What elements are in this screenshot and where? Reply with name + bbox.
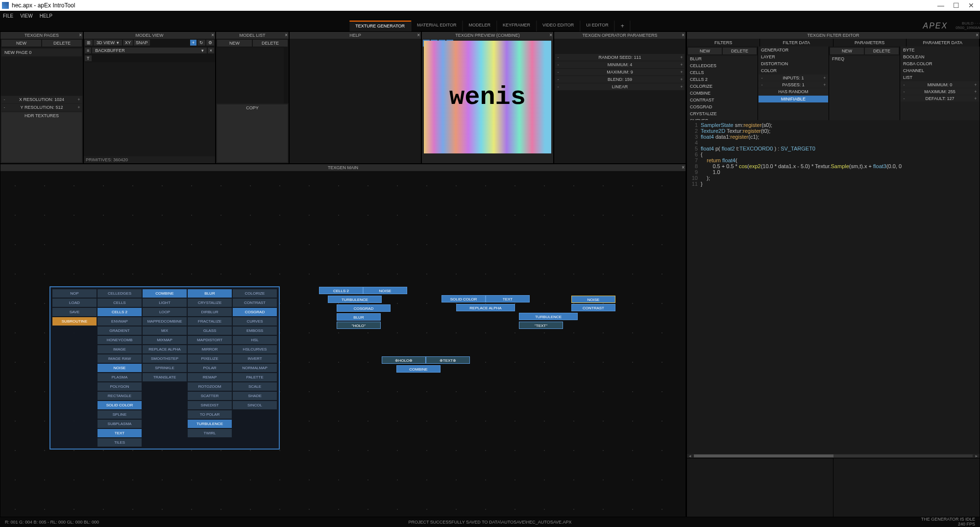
close-icon[interactable]: ×	[682, 164, 685, 171]
paramdata-item[interactable]: BYTE	[900, 47, 980, 53]
inputs-param[interactable]: INPUTS: 1	[764, 75, 822, 80]
filterdata-item[interactable]: GENERATOR	[758, 47, 829, 53]
op-to-polar[interactable]: TO POLAR	[188, 410, 232, 419]
paramdata-item[interactable]: RGBA COLOR	[900, 60, 980, 67]
plus-icon[interactable]: +	[76, 97, 82, 102]
close-icon[interactable]: ×	[682, 32, 685, 39]
op-hsl[interactable]: HSL	[233, 336, 277, 344]
tab-video-editor[interactable]: VIDEO EDITOR	[537, 21, 580, 31]
min-param[interactable]: MINIMUM: 0	[906, 82, 973, 87]
filter-item[interactable]: CELLS	[687, 69, 758, 76]
default-param[interactable]: DEFAULT: 127	[906, 96, 973, 101]
node-solidcolor[interactable]: SOLID COLOR	[441, 295, 486, 302]
op-dirblur[interactable]: DIRBLUR	[188, 308, 232, 316]
filter-tab-parameters[interactable]: PARAMETERS	[833, 39, 906, 47]
param-value[interactable]: MINIMUM: 4	[561, 62, 679, 67]
op-loop[interactable]: LOOP	[143, 308, 187, 316]
node-canvas[interactable]: NOPLOADSAVESUBROUTINECELLEDGESCELLSCELLS…	[0, 171, 686, 517]
filter-item[interactable]: COSGRAD	[687, 103, 758, 110]
op-load[interactable]: LOAD	[52, 299, 97, 307]
refresh-icon[interactable]: ↻	[197, 40, 205, 46]
minus-icon[interactable]: -	[902, 96, 906, 101]
plus-icon[interactable]: +	[679, 62, 685, 67]
minus-icon[interactable]: -	[555, 62, 561, 67]
op-rotozoom[interactable]: ROTOZOOM	[188, 382, 232, 391]
op-mirror[interactable]: MIRROR	[188, 345, 232, 353]
filter-item[interactable]: BLUR	[687, 55, 758, 62]
op-text[interactable]: TEXT	[98, 429, 142, 437]
op-cosgrad[interactable]: COSGRAD	[233, 308, 277, 316]
has-random-toggle[interactable]: HAS RANDOM	[759, 88, 828, 95]
node-replacealpha[interactable]: REPLACE ALPHA	[456, 304, 515, 311]
minus-icon[interactable]: -	[555, 77, 561, 82]
op-cells[interactable]: CELLS	[98, 299, 142, 307]
max-param[interactable]: MAXIMUM: 255	[906, 89, 973, 94]
filterdata-item[interactable]: LAYER	[758, 53, 829, 60]
node-cosgrad[interactable]: COSGRAD	[337, 304, 391, 312]
op-palette[interactable]: PALETTE	[233, 373, 277, 381]
op-sprinkle[interactable]: SPRINKLE	[143, 364, 187, 372]
op-cells-2[interactable]: CELLS 2	[98, 308, 142, 316]
filter-tab-filters[interactable]: FILTERS	[687, 39, 760, 47]
paramdata-item[interactable]: CHANNEL	[900, 67, 980, 74]
filter-item[interactable]: CELLS 2	[687, 76, 758, 83]
op-curves[interactable]: CURVES	[233, 317, 277, 326]
menu-view[interactable]: VIEW	[20, 13, 33, 19]
node-contrast[interactable]: CONTRAST	[571, 304, 615, 311]
param-value[interactable]: BLEND: 159	[561, 77, 679, 82]
minimize-icon[interactable]: —	[937, 1, 944, 9]
node-holo[interactable]: ⊕HOLO⊕	[382, 356, 426, 364]
op-spline[interactable]: SPLINE	[98, 410, 142, 419]
node-text[interactable]: "TEXT"	[519, 322, 563, 329]
op-emboss[interactable]: EMBOSS	[233, 326, 277, 335]
op-celledges[interactable]: CELLEDGES	[98, 289, 142, 298]
node-noise[interactable]: NOISE	[571, 296, 615, 303]
minus-icon[interactable]: -	[760, 82, 764, 87]
scrollbar-horizontal[interactable]: ◄►	[687, 454, 980, 458]
t-button[interactable]: T	[85, 55, 92, 61]
op-replace-alpha[interactable]: REPLACE ALPHA	[143, 345, 187, 353]
node-holo[interactable]: "HOLO"	[337, 322, 381, 329]
op-mappedcombine[interactable]: MAPPEDCOMBINE	[143, 317, 187, 326]
op-mix[interactable]: MIX	[143, 326, 187, 335]
x-resolution[interactable]: X RESOLUTION: 1024	[7, 97, 76, 102]
minus-icon[interactable]: -	[902, 82, 906, 87]
op-turbulence[interactable]: TURBULENCE	[188, 420, 232, 428]
op-noise[interactable]: NOISE	[98, 364, 142, 372]
node-cells2[interactable]: CELLS 2	[319, 287, 363, 294]
close-icon[interactable]: ✕	[968, 1, 974, 9]
op-colorize[interactable]: COLORIZE	[233, 289, 277, 298]
op-solid-color[interactable]: SOLID COLOR	[98, 401, 142, 409]
delete-button[interactable]: DELETE	[723, 48, 757, 54]
plus-icon[interactable]: +	[973, 96, 978, 101]
tab-material-editor[interactable]: MATERIAL EDITOR	[411, 21, 463, 31]
op-sincol[interactable]: SINCOL	[233, 401, 277, 409]
new-button[interactable]: NEW	[1, 40, 41, 47]
shader-code-editor[interactable]: 1SamplerState sm:register(s0);2Texture2D…	[687, 120, 980, 454]
new-button[interactable]: NEW	[217, 40, 252, 47]
op-honeycomb[interactable]: HONEYCOMB	[98, 336, 142, 344]
node-text[interactable]: ⊕TEXT⊕	[426, 356, 470, 364]
xy-button[interactable]: XY	[123, 40, 133, 46]
op-image-raw[interactable]: IMAGE RAW	[98, 354, 142, 363]
node-blur[interactable]: BLUR	[337, 313, 381, 321]
delete-button[interactable]: DELETE	[865, 48, 899, 54]
op-subroutine[interactable]: SUBROUTINE	[52, 317, 97, 326]
param-value[interactable]: LINEAR	[561, 84, 679, 89]
tab-ui-editor[interactable]: UI EDITOR	[580, 21, 614, 31]
op-scatter[interactable]: SCATTER	[188, 392, 232, 400]
paramdata-item[interactable]: BOOLEAN	[900, 53, 980, 60]
op-pixelize[interactable]: PIXELIZE	[188, 354, 232, 363]
op-fractalize[interactable]: FRACTALIZE	[188, 317, 232, 326]
viewport-3d[interactable]	[84, 62, 215, 156]
node-combine[interactable]: COMBINE	[396, 365, 441, 373]
close-icon[interactable]: ×	[211, 32, 214, 39]
op-mapdistort[interactable]: MAPDISTORT	[188, 336, 232, 344]
filterdata-item[interactable]: COLOR	[758, 67, 829, 74]
copy-button[interactable]: COPY	[217, 104, 288, 162]
op-image[interactable]: IMAGE	[98, 345, 142, 353]
backbuffer-dropdown[interactable]: BACKBUFFER▾	[92, 48, 206, 53]
paramdata-item[interactable]: LIST	[900, 74, 980, 81]
op-subplasma[interactable]: SUBPLASMA	[98, 420, 142, 428]
minifiable-toggle[interactable]: MINIFIABLE	[759, 96, 828, 102]
